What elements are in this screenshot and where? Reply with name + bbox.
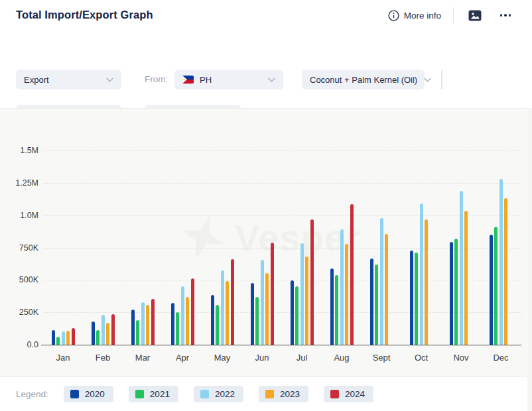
bar-2021-Nov[interactable] <box>454 239 458 345</box>
legend-chip-label: 2024 <box>345 389 365 399</box>
bar-2021-Mar[interactable] <box>136 320 139 345</box>
bar-2023-Dec[interactable] <box>504 198 507 345</box>
bar-2020-Nov[interactable] <box>450 242 453 345</box>
country-value: PH <box>200 75 212 85</box>
bar-2022-Sept[interactable] <box>380 218 383 345</box>
bar-2024-Mar[interactable] <box>151 299 155 345</box>
bar-2023-Sept[interactable] <box>385 234 388 345</box>
bar-2020-Sept[interactable] <box>370 259 373 345</box>
bar-2022-Feb[interactable] <box>101 315 105 345</box>
legend-swatch-2021 <box>135 390 144 398</box>
bar-2023-Jan[interactable] <box>66 331 70 345</box>
bar-2023-Apr[interactable] <box>186 297 189 345</box>
bar-2022-Dec[interactable] <box>499 179 503 345</box>
bar-2022-Jan[interactable] <box>62 331 65 345</box>
bar-2021-Aug[interactable] <box>335 275 338 345</box>
bar-2021-Dec[interactable] <box>494 227 498 345</box>
bar-group-Jan <box>43 150 83 345</box>
legend-chip-2023[interactable]: 2023 <box>259 386 308 402</box>
from-label: From: <box>145 74 168 84</box>
bar-2024-Jun[interactable] <box>271 243 274 345</box>
bar-2021-Sept[interactable] <box>375 264 378 345</box>
bar-2020-Aug[interactable] <box>330 268 334 345</box>
bar-group-Mar <box>123 150 163 345</box>
bar-2021-Oct[interactable] <box>415 253 418 345</box>
bar-2020-Jun[interactable] <box>251 283 254 345</box>
legend-swatch-2023 <box>265 390 274 398</box>
bar-2022-Nov[interactable] <box>460 191 463 345</box>
bar-2023-Aug[interactable] <box>345 244 348 345</box>
bar-2022-Jun[interactable] <box>261 260 264 345</box>
legend-chip-2021[interactable]: 2021 <box>129 386 178 402</box>
bar-group-Oct <box>401 150 441 345</box>
bar-2023-Nov[interactable] <box>464 211 468 345</box>
bar-2022-Mar[interactable] <box>141 302 145 345</box>
legend-chip-2020[interactable]: 2020 <box>64 386 113 402</box>
bar-2021-Jul[interactable] <box>295 286 299 345</box>
export-image-button[interactable] <box>466 7 484 23</box>
bar-2024-May[interactable] <box>231 259 234 345</box>
bar-2022-Jul[interactable] <box>300 243 304 345</box>
bar-2021-Jun[interactable] <box>255 297 259 345</box>
bar-2021-Apr[interactable] <box>176 312 179 345</box>
bar-2023-Mar[interactable] <box>146 305 149 345</box>
bar-2022-Apr[interactable] <box>181 286 184 345</box>
y-tick-label-0.0: 0.0 <box>0 340 38 349</box>
bar-2024-Jul[interactable] <box>310 219 314 345</box>
bar-2021-Feb[interactable] <box>96 330 100 345</box>
bar-2023-Oct[interactable] <box>425 219 428 345</box>
bar-2020-Feb[interactable] <box>92 322 95 345</box>
y-tick-label-1.5M: 1.5M <box>0 146 38 155</box>
page-gutter <box>527 0 532 411</box>
bar-2020-May[interactable] <box>211 295 214 345</box>
bar-2023-Jul[interactable] <box>305 257 308 345</box>
philippines-flag-icon <box>182 76 194 84</box>
chevron-down-icon <box>424 78 431 82</box>
y-tick-label-500K: 500K <box>0 275 38 284</box>
bar-2022-Oct[interactable] <box>420 204 423 345</box>
x-tick-label-Jun: Jun <box>242 353 282 363</box>
x-tick-label-Dec: Dec <box>481 353 521 363</box>
bar-2024-Jan[interactable] <box>72 328 75 345</box>
legend-chip-label: 2021 <box>150 389 170 399</box>
image-icon <box>468 10 482 21</box>
bar-2023-Jun[interactable] <box>265 273 269 345</box>
bar-2020-Mar[interactable] <box>131 310 135 345</box>
x-tick-label-Jul: Jul <box>282 353 322 363</box>
bar-chart: Vesper 1.5M1.25M1.0M750K500K250K0.0JanFe… <box>0 108 527 377</box>
bar-2020-Jan[interactable] <box>52 330 55 345</box>
bar-2024-Apr[interactable] <box>191 278 194 345</box>
bar-2020-Jul[interactable] <box>291 280 294 345</box>
bar-group-Dec <box>481 150 521 345</box>
bar-2021-Jan[interactable] <box>56 337 60 345</box>
bar-2020-Oct[interactable] <box>410 251 413 345</box>
more-info-button[interactable]: More info <box>388 10 441 21</box>
country-dropdown[interactable]: PH <box>174 70 283 89</box>
bar-2022-May[interactable] <box>221 270 224 345</box>
bar-2021-May[interactable] <box>216 305 219 345</box>
chart-legend: Legend: 20202021202220232024 <box>0 377 527 411</box>
bar-2024-Feb[interactable] <box>111 314 115 345</box>
bar-2023-May[interactable] <box>226 281 229 345</box>
bar-group-Sept <box>362 150 401 345</box>
trade-direction-dropdown[interactable]: Export <box>16 70 121 89</box>
bar-2024-Aug[interactable] <box>350 204 354 345</box>
x-tick-label-Sept: Sept <box>362 353 401 363</box>
legend-swatch-2022 <box>200 390 209 398</box>
product-dropdown[interactable]: Coconut + Palm Kernel (Oil) <box>302 70 425 89</box>
y-tick-label-250K: 250K <box>0 308 38 317</box>
bar-group-May <box>202 150 242 345</box>
bar-2020-Apr[interactable] <box>171 303 174 345</box>
page-title: Total Import/Export Graph <box>16 9 153 21</box>
bar-2020-Dec[interactable] <box>490 235 493 345</box>
chart-card: Total Import/Export Graph More info <box>0 0 527 411</box>
more-options-button[interactable] <box>496 7 515 23</box>
chevron-down-icon <box>268 78 275 82</box>
bar-2023-Feb[interactable] <box>106 323 109 345</box>
legend-swatch-2020 <box>70 390 79 398</box>
legend-chip-2022[interactable]: 2022 <box>194 386 243 402</box>
filter-bar: Export From: PH Coconut + Palm Kernel ( <box>0 32 527 108</box>
legend-chip-2024[interactable]: 2024 <box>324 386 373 402</box>
bar-2022-Aug[interactable] <box>340 229 344 345</box>
header-actions: More info <box>388 7 515 23</box>
